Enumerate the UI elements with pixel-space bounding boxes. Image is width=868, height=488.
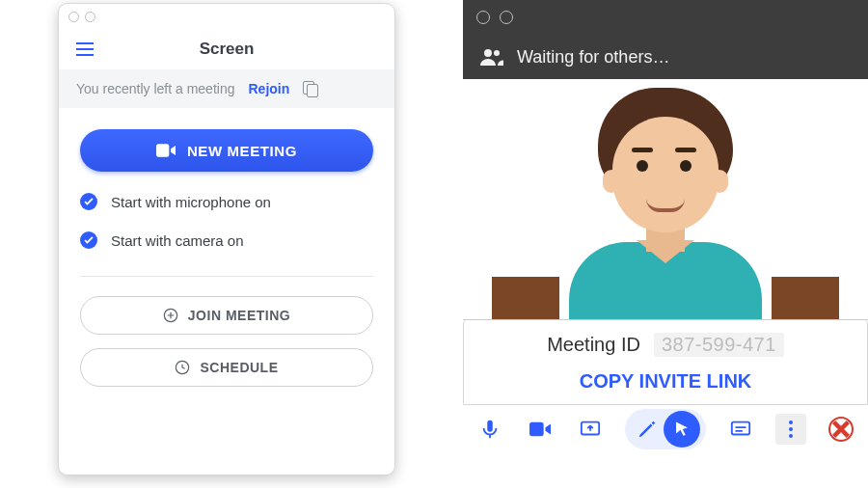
video-preview — [463, 79, 868, 320]
option-mic-label: Start with microphone on — [111, 194, 271, 210]
meeting-titlebar — [463, 0, 868, 35]
join-meeting-button[interactable]: JOIN MEETING — [80, 296, 373, 335]
app-header: Screen — [59, 29, 394, 69]
notice-text: You recently left a meeting — [76, 81, 234, 96]
divider — [80, 276, 373, 277]
plus-circle-icon — [163, 308, 178, 323]
clock-icon — [175, 360, 190, 375]
annotation-tools — [625, 409, 706, 449]
people-icon — [480, 48, 503, 66]
meeting-id-row: Meeting ID 387-599-471 — [474, 333, 857, 357]
window-close-dot[interactable] — [476, 11, 490, 24]
pen-button[interactable] — [637, 414, 658, 445]
option-start-mic: Start with microphone on — [80, 193, 373, 210]
join-meeting-label: JOIN MEETING — [188, 308, 290, 323]
meeting-info-panel: Meeting ID 387-599-471 COPY INVITE LINK — [463, 318, 868, 405]
checkbox-camera[interactable] — [80, 231, 97, 249]
main-panel: NEW MEETING Start with microphone on Sta… — [59, 108, 394, 400]
schedule-label: SCHEDULE — [200, 360, 278, 375]
chat-icon — [730, 419, 751, 440]
option-camera-label: Start with camera on — [111, 232, 244, 249]
window-close-dot[interactable] — [68, 12, 79, 22]
chat-button[interactable] — [725, 414, 756, 445]
svg-point-3 — [494, 50, 500, 56]
meeting-window: Waiting for others… Meeting ID 387-599-4… — [463, 0, 868, 488]
mic-button[interactable] — [475, 414, 505, 445]
window-titlebar — [59, 4, 394, 29]
close-icon — [828, 417, 854, 442]
more-button[interactable] — [775, 414, 806, 445]
cursor-icon — [673, 420, 691, 438]
window-minimize-dot[interactable] — [500, 11, 513, 24]
recent-meeting-notice: You recently left a meeting Rejoin — [59, 69, 394, 108]
more-icon — [789, 420, 793, 438]
pen-icon — [637, 419, 658, 440]
window-minimize-dot[interactable] — [85, 12, 95, 22]
video-icon — [529, 419, 551, 440]
leave-button[interactable] — [826, 414, 856, 445]
status-text: Waiting for others… — [517, 47, 669, 68]
svg-point-2 — [484, 49, 492, 57]
option-start-camera: Start with camera on — [80, 231, 373, 249]
share-screen-button[interactable] — [575, 414, 606, 445]
copy-invite-link-button[interactable]: COPY INVITE LINK — [474, 370, 857, 393]
share-screen-icon — [580, 419, 601, 440]
new-meeting-label: NEW MEETING — [187, 143, 297, 159]
avatar — [540, 79, 791, 319]
schedule-button[interactable]: SCHEDULE — [80, 348, 373, 387]
app-title: Screen — [76, 40, 377, 59]
video-icon — [156, 144, 176, 157]
cursor-button[interactable] — [664, 411, 700, 447]
meeting-id-label: Meeting ID — [547, 334, 640, 356]
rejoin-link[interactable]: Rejoin — [248, 81, 289, 96]
screen-app-window: Screen You recently left a meeting Rejoi… — [58, 3, 395, 475]
camera-button[interactable] — [525, 414, 556, 445]
new-meeting-button[interactable]: NEW MEETING — [80, 129, 373, 172]
copy-icon[interactable] — [303, 81, 318, 96]
checkbox-mic[interactable] — [80, 193, 97, 210]
mic-icon — [479, 419, 501, 440]
meeting-id-value[interactable]: 387-599-471 — [654, 333, 784, 357]
meeting-status-bar: Waiting for others… — [463, 35, 868, 79]
meeting-toolbar — [463, 405, 868, 453]
